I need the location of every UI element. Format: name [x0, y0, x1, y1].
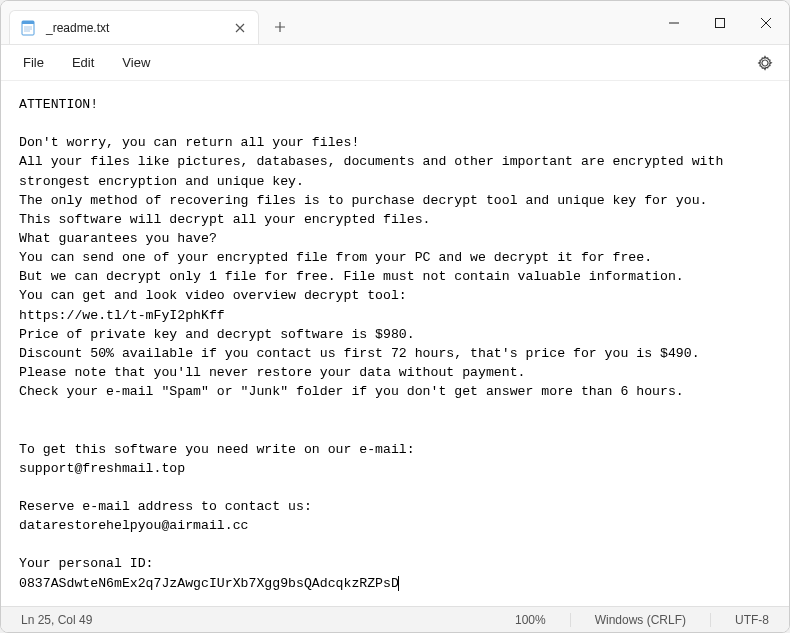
svg-rect-1	[22, 21, 34, 24]
tab-readme[interactable]: _readme.txt	[9, 10, 259, 44]
status-encoding: UTF-8	[729, 613, 775, 627]
text-cursor	[398, 576, 399, 591]
notepad-window: _readme.txt File Edit View	[0, 0, 790, 633]
gear-icon	[757, 55, 773, 71]
status-zoom[interactable]: 100%	[509, 613, 552, 627]
text-content[interactable]: ATTENTION! Don't worry, you can return a…	[1, 81, 789, 606]
notepad-icon	[20, 20, 36, 36]
settings-button[interactable]	[749, 49, 781, 77]
svg-rect-5	[716, 18, 725, 27]
menu-file[interactable]: File	[9, 50, 58, 75]
tab-close-button[interactable]	[232, 20, 248, 36]
maximize-button[interactable]	[697, 1, 743, 45]
menu-view[interactable]: View	[108, 50, 164, 75]
tab-area: _readme.txt	[1, 1, 651, 44]
menubar: File Edit View	[1, 45, 789, 81]
tab-title: _readme.txt	[46, 21, 222, 35]
status-line-ending: Windows (CRLF)	[589, 613, 692, 627]
minimize-button[interactable]	[651, 1, 697, 45]
menu-edit[interactable]: Edit	[58, 50, 108, 75]
status-position: Ln 25, Col 49	[15, 613, 98, 627]
close-button[interactable]	[743, 1, 789, 45]
statusbar: Ln 25, Col 49 100% Windows (CRLF) UTF-8	[1, 606, 789, 632]
new-tab-button[interactable]	[265, 12, 295, 42]
window-controls	[651, 1, 789, 44]
titlebar: _readme.txt	[1, 1, 789, 45]
